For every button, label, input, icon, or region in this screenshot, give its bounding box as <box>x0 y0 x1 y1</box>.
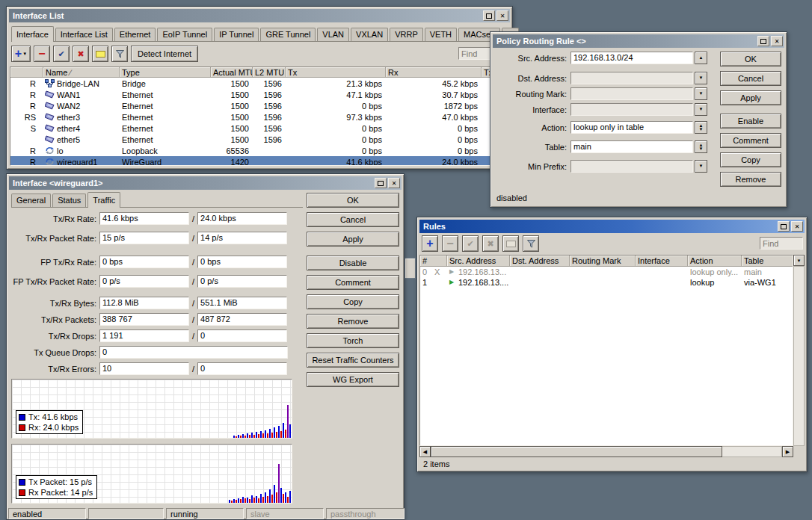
combo-button[interactable]: ▲▼ <box>695 140 707 153</box>
shade-button[interactable] <box>483 10 495 21</box>
column-type[interactable]: Type <box>120 67 211 78</box>
rx-errors-field[interactable]: 0 <box>197 362 287 375</box>
table-row[interactable]: R lo Loopback 65536 0 bps 0 bps <box>10 145 508 156</box>
rx-drops-field[interactable]: 0 <box>197 329 287 342</box>
column-actual-mtu[interactable]: Actual MTU <box>211 67 253 78</box>
close-button[interactable]: ✕ <box>791 221 803 232</box>
shade-button[interactable] <box>375 178 387 188</box>
rule-row[interactable]: 0X ▶192.168.13... lookup only... main <box>420 267 793 277</box>
table-row[interactable]: R Bridge-LAN Bridge 1500 1596 21.3 kbps … <box>10 78 508 89</box>
dst-address-input[interactable] <box>570 72 693 84</box>
tx-packets-field[interactable]: 388 767 <box>99 313 189 326</box>
reset-traffic-counters-button[interactable]: Reset Traffic Counters <box>307 353 399 368</box>
shade-button[interactable] <box>757 36 769 46</box>
collapse-button[interactable]: ▲ <box>695 52 707 64</box>
ok-button[interactable]: OK <box>307 193 399 208</box>
wireguard-titlebar[interactable]: Interface <wireguard1> ✕ <box>9 176 402 190</box>
tab-interface[interactable]: Interface <box>11 26 54 42</box>
tx-packet-rate-field[interactable]: 15 p/s <box>99 232 189 244</box>
tab-ethernet[interactable]: Ethernet <box>114 28 156 41</box>
apply-button[interactable]: Apply <box>720 90 781 105</box>
src-address-input[interactable]: 192.168.13.0/24 <box>570 52 693 64</box>
cancel-button[interactable]: Cancel <box>720 71 781 86</box>
enable-button[interactable]: Enable <box>720 114 781 129</box>
tab-status[interactable]: Status <box>52 194 86 207</box>
expand-button[interactable]: ▼ <box>695 72 707 84</box>
action-select[interactable]: lookup only in table <box>570 121 693 134</box>
add-button[interactable]: + <box>422 235 438 252</box>
table-row[interactable]: ether5 Ethernet 1500 1596 0 bps 0 bps <box>10 134 508 145</box>
disable-button[interactable]: Disable <box>307 256 399 270</box>
remove-button[interactable]: Remove <box>720 172 781 187</box>
column-flags[interactable] <box>10 67 43 78</box>
column-dst-address[interactable]: Dst. Address <box>510 256 570 267</box>
add-button[interactable]: +▼ <box>11 46 31 62</box>
combo-button[interactable]: ▲▼ <box>695 121 707 134</box>
table-select[interactable]: main <box>570 140 693 153</box>
table-row[interactable]: S ether4 Ethernet 1500 1596 0 bps 0 bps <box>10 123 508 134</box>
policy-rule-titlebar[interactable]: Policy Routing Rule <> ✕ <box>493 34 784 48</box>
interface-list-titlebar[interactable]: Interface List ✕ <box>9 9 510 22</box>
tx-drops-field[interactable]: 1 191 <box>99 329 189 342</box>
column-src-address[interactable]: Src. Address <box>447 256 510 267</box>
disable-button[interactable]: ✖ <box>482 235 499 252</box>
remove-button[interactable]: − <box>442 235 458 252</box>
comment-button[interactable] <box>92 46 108 62</box>
rx-packet-rate-field[interactable]: 14 p/s <box>197 232 287 244</box>
copy-button[interactable]: Copy <box>307 294 399 309</box>
find-input[interactable] <box>760 237 803 250</box>
tab-eoip-tunnel[interactable]: EoIP Tunnel <box>157 28 212 41</box>
scroll-right-button[interactable]: ▶ <box>782 446 793 457</box>
tab-gre-tunnel[interactable]: GRE Tunnel <box>260 28 316 41</box>
filter-button[interactable] <box>111 46 128 62</box>
horizontal-scroll-thumb[interactable] <box>431 446 722 457</box>
vertical-scrollbar[interactable] <box>793 266 805 446</box>
tab-interface-list[interactable]: Interface List <box>55 28 113 41</box>
tab-vxlan[interactable]: VXLAN <box>351 28 388 41</box>
expand-button[interactable]: ▼ <box>695 160 707 173</box>
rx-bytes-field[interactable]: 551.1 MiB <box>197 297 287 309</box>
cancel-button[interactable]: Cancel <box>307 212 399 227</box>
fp-tx-packet-rate-field[interactable]: 0 p/s <box>99 275 189 288</box>
column-table[interactable]: Table <box>742 256 793 267</box>
column-number[interactable]: # <box>420 256 447 267</box>
column-name[interactable]: Name∕ <box>43 67 120 78</box>
enable-button[interactable]: ✔ <box>53 46 70 62</box>
close-button[interactable]: ✕ <box>388 178 400 188</box>
column-tx[interactable]: Tx <box>286 67 386 78</box>
rule-row[interactable]: 1 ▶192.168.13.... lookup via-WG1 <box>420 277 793 288</box>
tab-veth[interactable]: VETH <box>425 28 457 41</box>
enable-button[interactable]: ✔ <box>462 235 479 252</box>
table-row[interactable]: R WAN1 Ethernet 1500 1596 47.1 kbps 30.7… <box>10 89 508 100</box>
min-prefix-input[interactable] <box>570 160 693 173</box>
column-action[interactable]: Action <box>688 256 742 267</box>
close-button[interactable]: ✕ <box>496 10 508 21</box>
ok-button[interactable]: OK <box>720 52 781 66</box>
column-interface[interactable]: Interface <box>636 256 688 267</box>
table-row[interactable]: RS ether3 Ethernet 1500 1596 97.3 kbps 4… <box>10 111 508 123</box>
table-row[interactable]: R WAN2 Ethernet 1500 1596 0 bps 1872 bps <box>10 100 508 111</box>
detect-internet-button[interactable]: Detect Internet <box>131 46 198 62</box>
column-rx[interactable]: Rx <box>386 67 482 78</box>
comment-button[interactable]: Comment <box>307 275 399 290</box>
scroll-left-button[interactable]: ◀ <box>419 446 431 457</box>
tab-vrrp[interactable]: VRRP <box>390 28 423 41</box>
tx-bytes-field[interactable]: 112.8 MiB <box>99 297 189 309</box>
column-l2-mtu[interactable]: L2 MTU <box>253 67 286 78</box>
comment-button[interactable] <box>502 235 519 252</box>
tab-general[interactable]: General <box>11 194 51 207</box>
column-routing-mark[interactable]: Routing Mark <box>570 256 636 267</box>
rules-titlebar[interactable]: Rules ✕ <box>419 220 805 233</box>
rx-packets-field[interactable]: 487 872 <box>197 313 287 326</box>
tab-traffic[interactable]: Traffic <box>87 192 120 208</box>
torch-button[interactable]: Torch <box>307 333 399 348</box>
apply-button[interactable]: Apply <box>307 232 399 247</box>
copy-button[interactable]: Copy <box>720 152 781 167</box>
disable-button[interactable]: ✖ <box>73 46 89 62</box>
remove-button[interactable]: − <box>34 46 50 62</box>
tx-queue-drops-field[interactable]: 0 <box>99 346 288 359</box>
tab-vlan[interactable]: VLAN <box>317 28 349 41</box>
shade-button[interactable] <box>778 221 790 232</box>
expand-button[interactable]: ▼ <box>695 87 707 100</box>
expand-button[interactable]: ▼ <box>695 103 707 116</box>
